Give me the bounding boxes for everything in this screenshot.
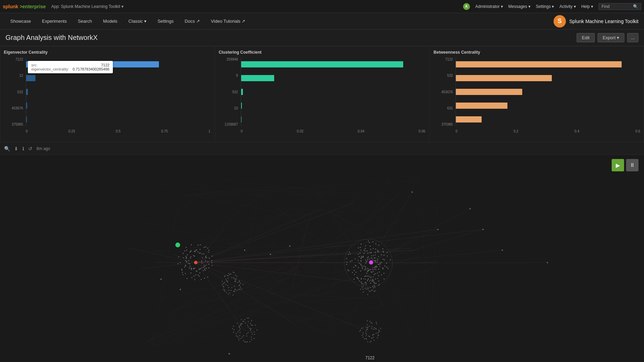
eigenvector-inner: src: 7122 eigenvector_centrality: 0.7178… bbox=[4, 57, 211, 133]
tooltip-src-label: src: bbox=[31, 63, 37, 67]
clustering-chart: Clustering Coefficient 259948 9 532 10 1… bbox=[215, 46, 429, 142]
y-label-5: 375985 bbox=[12, 123, 23, 126]
splunk-logo: splunk>enterprise bbox=[3, 4, 46, 9]
clustering-x-axis: 0 0.02 0.04 0.06 bbox=[241, 129, 426, 133]
brand-name: Splunk Machine Learning Toolkit bbox=[569, 19, 638, 24]
admin-avatar: A bbox=[463, 3, 470, 10]
betweenness-inner: 7122 532 453676 631 375985 0 0.2 0.4 bbox=[433, 57, 640, 133]
betweenness-chart: Betweenness Centrality 7122 532 453676 6… bbox=[430, 46, 644, 142]
tooltip-src-value: 7122 bbox=[101, 63, 109, 67]
charts-area: Eigenvector Centrality src: 7122 eigenve… bbox=[0, 46, 644, 142]
tab-settings[interactable]: Settings bbox=[153, 15, 179, 28]
y-label-3: 532 bbox=[17, 90, 23, 94]
messages-menu[interactable]: Messages ▾ bbox=[508, 4, 530, 9]
zoom-icon[interactable]: 🔍 bbox=[4, 146, 10, 151]
eigenvector-x-axis: 0 0.25 0.5 0.75 1 bbox=[26, 129, 211, 133]
tab-video-tutorials[interactable]: Video Tutorials ↗ bbox=[206, 15, 250, 28]
y-label-1: 7122 bbox=[15, 57, 23, 61]
eigenvector-chart: Eigenvector Centrality src: 7122 eigenve… bbox=[0, 46, 214, 142]
find-label: Find bbox=[602, 4, 610, 9]
y-label-2: 12 bbox=[19, 74, 23, 77]
betweenness-y-labels: 7122 532 453676 631 375985 bbox=[433, 57, 454, 126]
chart-toolbar: 🔍 ⬇ ℹ ↺ 8m ago bbox=[0, 142, 644, 155]
betweenness-title: Betweenness Centrality bbox=[433, 50, 640, 55]
y-label-4: 453676 bbox=[12, 106, 23, 110]
eigenvector-tooltip: src: 7122 eigenvector_centrality: 0.7178… bbox=[28, 61, 113, 73]
pause-button[interactable]: ⏸ bbox=[626, 159, 638, 171]
toolbar-time: 8m ago bbox=[36, 146, 50, 151]
play-controls: ▶ ⏸ bbox=[612, 159, 638, 171]
more-button[interactable]: ... bbox=[627, 33, 638, 42]
eigenvector-y-labels: 7122 12 532 453676 375985 bbox=[4, 57, 24, 126]
tab-experiments[interactable]: Experiments bbox=[37, 15, 72, 28]
brand-area: S Splunk Machine Learning Toolkit bbox=[554, 15, 638, 28]
tab-models[interactable]: Models bbox=[98, 15, 122, 28]
app-name[interactable]: App: Splunk Machine Learning Toolkit ▾ bbox=[51, 4, 124, 9]
eigenvector-title: Eigenvector Centrality bbox=[4, 50, 211, 55]
play-button[interactable]: ▶ bbox=[612, 159, 624, 171]
tab-showcase[interactable]: Showcase bbox=[6, 15, 36, 28]
clustering-bars bbox=[241, 57, 426, 126]
info-icon[interactable]: ℹ bbox=[22, 146, 24, 151]
download-icon[interactable]: ⬇ bbox=[14, 146, 18, 151]
page-header: Graph Analysis with NetworkX Edit Export… bbox=[0, 30, 644, 46]
tab-classic[interactable]: Classic ▾ bbox=[124, 15, 151, 28]
search-icon: 🔍 bbox=[633, 4, 638, 9]
top-navigation: splunk>enterprise App: Splunk Machine Le… bbox=[0, 0, 644, 13]
refresh-icon[interactable]: ↺ bbox=[28, 146, 32, 151]
tab-search[interactable]: Search bbox=[73, 15, 97, 28]
settings-menu[interactable]: Settings ▾ bbox=[536, 4, 554, 9]
clustering-y-labels: 259948 9 532 10 1158687 bbox=[219, 57, 239, 126]
betweenness-bars bbox=[455, 57, 640, 126]
find-box[interactable]: Find 🔍 bbox=[599, 3, 641, 10]
find-input[interactable] bbox=[611, 4, 632, 9]
network-area: ▶ ⏸ 7122 bbox=[0, 155, 644, 362]
export-button[interactable]: Export ▾ bbox=[598, 33, 624, 42]
edit-button[interactable]: Edit bbox=[577, 33, 594, 42]
brand-icon: S bbox=[554, 15, 566, 28]
network-canvas bbox=[0, 155, 644, 362]
clustering-inner: 259948 9 532 10 1158687 0 0.02 0.04 bbox=[219, 57, 426, 133]
second-navigation: Showcase Experiments Search Models Class… bbox=[0, 13, 644, 30]
tab-docs[interactable]: Docs ↗ bbox=[180, 15, 205, 28]
logo-enterprise: >enterprise bbox=[20, 4, 46, 9]
tooltip-centrality-value: 0.7178783400285486 bbox=[73, 67, 109, 71]
betweenness-x-axis: 0 0.2 0.4 0.6 bbox=[455, 129, 640, 133]
tooltip-centrality-label: eigenvector_centrality: bbox=[31, 67, 69, 71]
clustering-title: Clustering Coefficient bbox=[219, 50, 426, 55]
page-title: Graph Analysis with NetworkX bbox=[6, 34, 577, 42]
activity-menu[interactable]: Activity ▾ bbox=[559, 4, 576, 9]
admin-menu[interactable]: Administrator ▾ bbox=[475, 4, 503, 9]
help-menu[interactable]: Help ▾ bbox=[581, 4, 593, 9]
